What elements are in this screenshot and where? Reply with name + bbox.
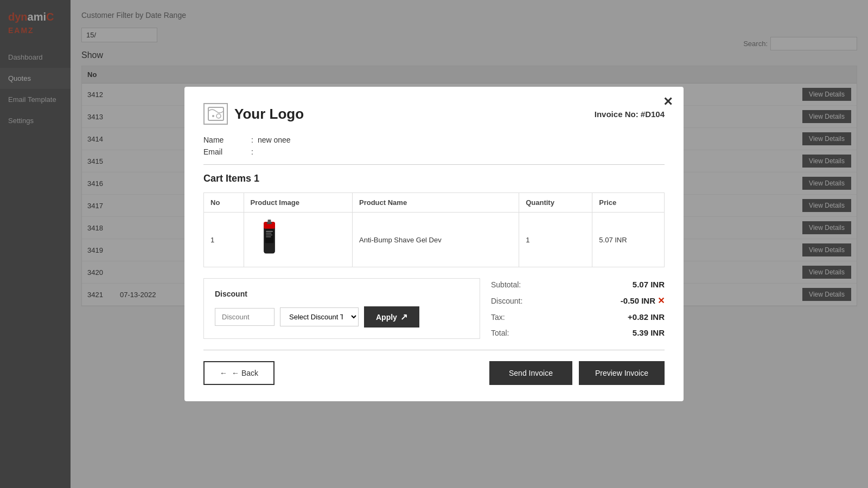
- svg-point-1: [216, 114, 221, 118]
- total-value: 5.39 INR: [633, 328, 665, 337]
- col-header-image: Product Image: [244, 193, 352, 213]
- discount-remove-icon[interactable]: ✕: [658, 296, 665, 305]
- discount-inputs: Select Discount Typ Apply ↗: [215, 306, 469, 328]
- totals-box: Subtotal: 5.07 INR Discount: -0.50 INR✕ …: [491, 278, 665, 339]
- subtotal-value: 5.07 INR: [633, 280, 665, 289]
- discount-type-select[interactable]: Select Discount Typ: [280, 307, 359, 326]
- svg-rect-8: [266, 234, 272, 235]
- modal-footer: ← ← Back Send Invoice Preview Invoice: [203, 361, 665, 385]
- footer-divider: [203, 350, 665, 350]
- preview-invoice-button[interactable]: Preview Invoice: [579, 361, 665, 385]
- svg-rect-6: [266, 230, 273, 232]
- total-row: Total: 5.39 INR: [491, 328, 665, 337]
- col-header-name: Product Name: [353, 193, 519, 213]
- tax-row: Tax: +0.82 INR: [491, 312, 665, 322]
- close-button[interactable]: ✕: [663, 95, 673, 109]
- invoice-modal: ✕ Your Logo Invoice No: #D104: [184, 87, 684, 401]
- tax-label: Tax:: [491, 313, 505, 322]
- discount-value: -0.50 INR✕: [621, 296, 665, 306]
- apply-icon: ↗: [400, 312, 407, 322]
- email-row: Email :: [203, 147, 665, 156]
- cart-title: Cart Items 1: [203, 173, 665, 184]
- footer-right-buttons: Send Invoice Preview Invoice: [489, 361, 665, 385]
- discount-title: Discount: [215, 290, 469, 298]
- svg-rect-9: [266, 236, 271, 237]
- product-image-cell: [244, 213, 352, 267]
- product-table: No Product Image Product Name Quantity P…: [203, 192, 665, 267]
- discount-label: Discount:: [491, 297, 522, 305]
- subtotal-row: Subtotal: 5.07 INR: [491, 280, 665, 289]
- modal-header: Your Logo Invoice No: #D104: [203, 103, 665, 125]
- name-row: Name : new onee: [203, 136, 665, 144]
- back-button[interactable]: ← ← Back: [203, 361, 275, 385]
- apply-button[interactable]: Apply ↗: [364, 306, 419, 328]
- bottom-section: Discount Select Discount Typ Apply ↗ Sub…: [203, 278, 665, 339]
- col-header-no: No: [204, 193, 244, 213]
- product-image: [251, 218, 289, 261]
- logo-area: Your Logo: [203, 103, 304, 125]
- modal-overlay: ✕ Your Logo Invoice No: #D104: [0, 0, 868, 488]
- col-header-qty: Quantity: [519, 193, 592, 213]
- section-divider: [203, 164, 665, 165]
- product-price: 5.07 INR: [592, 213, 665, 267]
- logo-text: Your Logo: [234, 106, 304, 123]
- product-qty: 1: [519, 213, 592, 267]
- customer-info: Name : new onee Email :: [203, 136, 665, 156]
- back-arrow-icon: ←: [220, 369, 227, 377]
- logo-icon: [203, 103, 228, 125]
- col-header-price: Price: [592, 193, 665, 213]
- product-name: Anti-Bump Shave Gel Dev: [353, 213, 519, 267]
- send-invoice-button[interactable]: Send Invoice: [489, 361, 572, 385]
- tax-value: +0.82 INR: [628, 312, 665, 322]
- total-label: Total:: [491, 329, 509, 337]
- svg-rect-11: [268, 220, 271, 223]
- svg-rect-7: [266, 233, 271, 234]
- svg-point-2: [212, 115, 214, 117]
- product-row: 1: [204, 213, 665, 267]
- discount-row: Discount: -0.50 INR✕: [491, 296, 665, 306]
- invoice-number: Invoice No: #D104: [595, 110, 665, 119]
- subtotal-label: Subtotal:: [491, 280, 521, 289]
- svg-rect-0: [208, 107, 224, 120]
- product-no: 1: [204, 213, 244, 267]
- discount-box: Discount Select Discount Typ Apply ↗: [203, 278, 480, 339]
- discount-amount-input[interactable]: [215, 308, 275, 326]
